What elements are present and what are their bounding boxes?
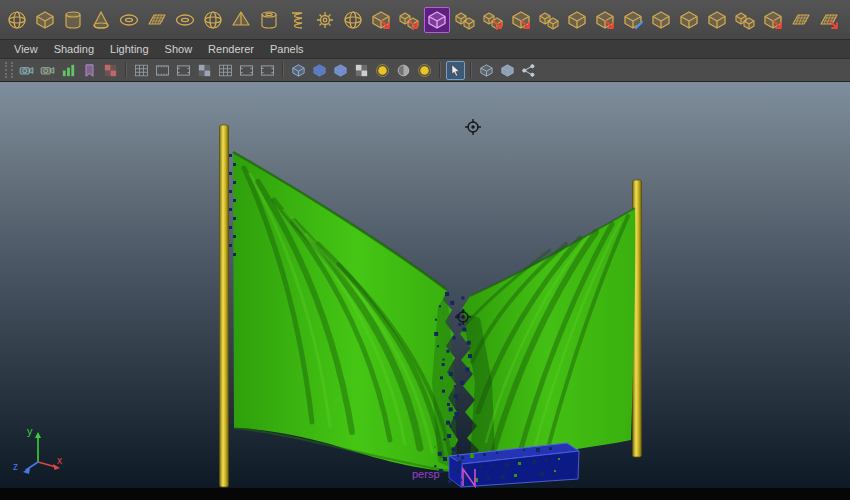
separate-icon[interactable] [480, 7, 506, 33]
collider-box[interactable] [449, 443, 579, 487]
crease-tool-icon[interactable] [676, 7, 702, 33]
poly-cylinder-icon[interactable] [60, 7, 86, 33]
panel-toolbar [0, 59, 850, 82]
axis-x-label: x [57, 455, 62, 466]
menu-lighting[interactable]: Lighting [102, 43, 157, 55]
poly-platonic-icon[interactable] [200, 7, 226, 33]
use-default-material-icon[interactable] [352, 61, 371, 80]
poly-pyramid-icon[interactable] [228, 7, 254, 33]
combine-icon[interactable] [452, 7, 478, 33]
film-gate-icon[interactable] [153, 61, 172, 80]
target-weld-icon[interactable] [648, 7, 674, 33]
mirror-cut-icon[interactable] [816, 7, 842, 33]
two-d-pan-zoom-icon[interactable] [101, 61, 120, 80]
camera-attributes-icon[interactable] [38, 61, 57, 80]
cloth-right-half[interactable] [460, 208, 635, 462]
lighting-all-icon[interactable] [394, 61, 413, 80]
lighting-default-icon[interactable] [373, 61, 392, 80]
poly-cone-icon[interactable] [88, 7, 114, 33]
panel-menu-bar: ViewShadingLightingShowRendererPanels [0, 40, 850, 59]
smooth-icon[interactable] [564, 7, 590, 33]
safe-title-icon[interactable] [258, 61, 277, 80]
toolbar-grip[interactable] [5, 62, 13, 78]
isolate-select-icon[interactable] [446, 61, 465, 80]
field-chart-icon[interactable] [216, 61, 235, 80]
separator [439, 62, 441, 78]
menu-shading[interactable]: Shading [46, 43, 102, 55]
polygon-shelf [0, 0, 850, 40]
smooth-shade-mode-icon[interactable] [310, 61, 329, 80]
separator [470, 62, 472, 78]
poly-helix-icon[interactable] [284, 7, 310, 33]
view-axis-gizmo [23, 432, 60, 474]
menu-panels[interactable]: Panels [262, 43, 312, 55]
multi-cut-icon[interactable] [620, 7, 646, 33]
mirror-icon[interactable] [396, 7, 422, 33]
grid-icon[interactable] [132, 61, 151, 80]
gate-mask-icon[interactable] [195, 61, 214, 80]
menu-renderer[interactable]: Renderer [200, 43, 262, 55]
axis-y-label: y [27, 426, 33, 437]
sculpt-tool-icon[interactable] [368, 7, 394, 33]
snapshot-share-icon[interactable] [519, 61, 538, 80]
bridge-icon[interactable] [732, 7, 758, 33]
quad-draw-icon[interactable] [788, 7, 814, 33]
textured-mode-icon[interactable] [331, 61, 350, 80]
reduce-icon[interactable] [592, 7, 618, 33]
poly-disc-icon[interactable] [172, 7, 198, 33]
x-ray-icon[interactable] [477, 61, 496, 80]
perspective-viewport[interactable]: persp y x z [0, 82, 850, 488]
left-pole[interactable] [220, 125, 229, 487]
lighting-flat-icon[interactable] [415, 61, 434, 80]
wireframe-mode-icon[interactable] [289, 61, 308, 80]
bottom-bar [0, 488, 850, 500]
scene-3d[interactable] [0, 82, 850, 488]
separator [125, 62, 127, 78]
separator [282, 62, 284, 78]
maya-window: ViewShadingLightingShowRendererPanels [0, 0, 850, 500]
extract-icon[interactable] [508, 7, 534, 33]
default-view-icon[interactable] [498, 61, 517, 80]
bookmarks-icon[interactable] [59, 61, 78, 80]
constraint-locator-icon[interactable] [465, 119, 481, 135]
menu-view[interactable]: View [6, 43, 46, 55]
poly-sphere-icon[interactable] [4, 7, 30, 33]
poly-cube-icon[interactable] [32, 7, 58, 33]
select-camera-icon[interactable] [17, 61, 36, 80]
menu-show[interactable]: Show [157, 43, 201, 55]
extrude-icon[interactable] [760, 7, 786, 33]
axis-z-label: z [13, 461, 18, 472]
boolean-icon[interactable] [536, 7, 562, 33]
poly-cube-selected-icon[interactable] [424, 7, 450, 33]
resolution-gate-icon[interactable] [174, 61, 193, 80]
poly-gear-icon[interactable] [312, 7, 338, 33]
bevel-icon[interactable] [704, 7, 730, 33]
poly-pipe-icon[interactable] [256, 7, 282, 33]
cloth-left-half[interactable] [233, 152, 459, 472]
poly-soccer-ball-icon[interactable] [340, 7, 366, 33]
poly-plane-icon[interactable] [144, 7, 170, 33]
camera-name-label: persp [412, 469, 440, 480]
safe-action-icon[interactable] [237, 61, 256, 80]
image-plane-icon[interactable] [80, 61, 99, 80]
poly-torus-icon[interactable] [116, 7, 142, 33]
